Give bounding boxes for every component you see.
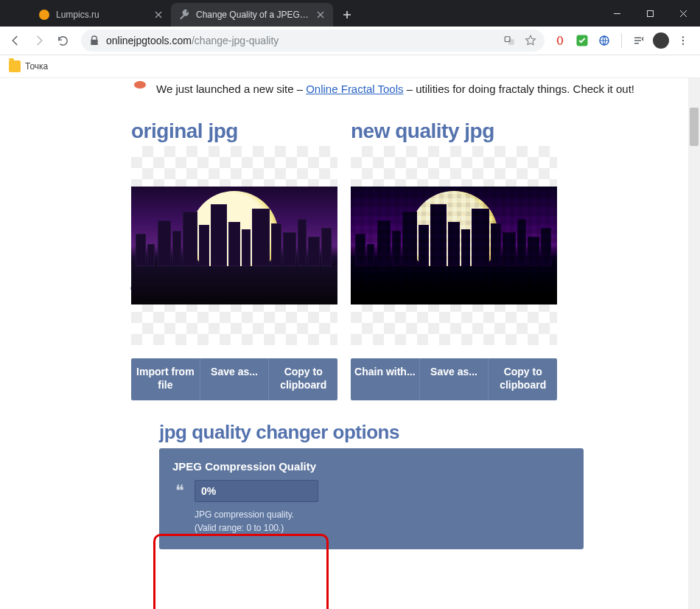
svg-rect-3 — [509, 40, 514, 45]
window-close[interactable] — [667, 0, 700, 27]
bookmark-star-icon[interactable] — [522, 32, 539, 49]
new-image — [351, 187, 557, 304]
original-image — [131, 187, 337, 304]
quality-desc-1: JPG compression quality. — [195, 509, 294, 520]
tab-title: Change Quality of a JPEG - Onlin — [196, 10, 311, 20]
tab-lumpics[interactable]: Lumpics.ru — [31, 3, 171, 27]
promo-prefix: We just launched a new site – — [156, 83, 306, 95]
new-tab-button[interactable] — [337, 5, 357, 24]
browser-toolbar: onlinejpgtools.com/change-jpg-quality — [0, 27, 700, 55]
tab-strip: Lumpics.ru Change Quality of a JPEG - On… — [31, 0, 601, 27]
lock-icon — [88, 35, 100, 46]
folder-icon — [9, 60, 21, 72]
omnibox-icons — [502, 32, 539, 49]
extension-icons — [552, 32, 691, 49]
close-icon[interactable] — [153, 10, 164, 20]
tab-onlinejpgtools[interactable]: Change Quality of a JPEG - Onlin — [171, 3, 333, 27]
tab-title: Lumpics.ru — [56, 10, 149, 20]
panel-title-original: original jpg — [131, 119, 337, 143]
reload-button[interactable] — [52, 29, 74, 52]
save-as-button-left[interactable]: Save as... — [200, 358, 270, 400]
chrome-menu-icon[interactable] — [675, 32, 691, 49]
svg-point-6 — [559, 37, 562, 44]
close-icon[interactable] — [315, 10, 326, 20]
ext-globe-icon[interactable] — [596, 32, 612, 49]
favicon-lumpics — [38, 9, 50, 21]
translate-icon[interactable] — [502, 32, 518, 49]
new-image-area[interactable] — [351, 146, 557, 345]
bookmark-folder-label[interactable]: Точка — [25, 61, 48, 72]
original-buttons: Import from file Save as... Copy to clip… — [131, 358, 337, 400]
compression-quality-heading: JPEG Compression Quality — [172, 460, 570, 473]
import-from-file-button[interactable]: Import from file — [131, 358, 200, 400]
bookmarks-bar: Точка — [0, 55, 700, 78]
viewport: We just launched a new site – Online Fra… — [0, 78, 700, 609]
svg-point-9 — [682, 36, 684, 38]
forward-button[interactable] — [28, 29, 50, 52]
original-image-area[interactable] — [131, 146, 337, 345]
window-controls — [601, 0, 700, 27]
copy-clipboard-button-right[interactable]: Copy to clipboard — [489, 358, 557, 400]
favicon-wrench — [178, 9, 190, 21]
scrollbar[interactable] — [688, 78, 700, 609]
url-path: /change-jpg-quality — [192, 35, 279, 46]
svg-point-10 — [682, 40, 684, 41]
quality-input[interactable] — [195, 480, 318, 502]
panel-new-quality: new quality jpg — [351, 119, 557, 400]
url-host: onlinejpgtools.com — [106, 35, 192, 46]
options-title: jpg quality changer options — [159, 421, 700, 444]
new-buttons: Chain with... Save as... Copy to clipboa… — [351, 358, 557, 400]
svg-rect-1 — [648, 10, 654, 16]
profile-avatar[interactable] — [653, 32, 669, 49]
ext-check-icon[interactable] — [574, 32, 590, 49]
svg-point-11 — [682, 43, 684, 44]
address-bar[interactable]: onlinejpgtools.com/change-jpg-quality — [81, 29, 545, 52]
back-button[interactable] — [4, 29, 27, 52]
reading-list-icon[interactable] — [631, 32, 647, 49]
promo-suffix: – utilities for doing fractaly things. C… — [403, 83, 634, 95]
panel-title-new: new quality jpg — [351, 119, 557, 143]
window-minimize[interactable] — [601, 0, 634, 27]
scrollbar-thumb[interactable] — [690, 108, 699, 146]
window-maximize[interactable] — [634, 0, 667, 27]
quality-desc-2: (Valid range: 0 to 100.) — [195, 523, 284, 533]
promo-banner: We just launched a new site – Online Fra… — [131, 81, 700, 99]
svg-point-0 — [39, 10, 49, 20]
titlebar: Lumpics.ru Change Quality of a JPEG - On… — [0, 0, 700, 27]
compression-quality-box: JPEG Compression Quality ❝ JPG compressi… — [159, 448, 584, 549]
ext-opera-icon[interactable] — [552, 32, 568, 49]
crab-icon — [131, 78, 149, 94]
chain-with-button[interactable]: Chain with... — [351, 358, 420, 400]
copy-clipboard-button-left[interactable]: Copy to clipboard — [269, 358, 337, 400]
save-as-button-right[interactable]: Save as... — [420, 358, 489, 400]
promo-link[interactable]: Online Fractal Tools — [306, 83, 403, 95]
panel-original: original jpg — [131, 119, 337, 400]
quote-icon: ❝ — [172, 481, 187, 501]
